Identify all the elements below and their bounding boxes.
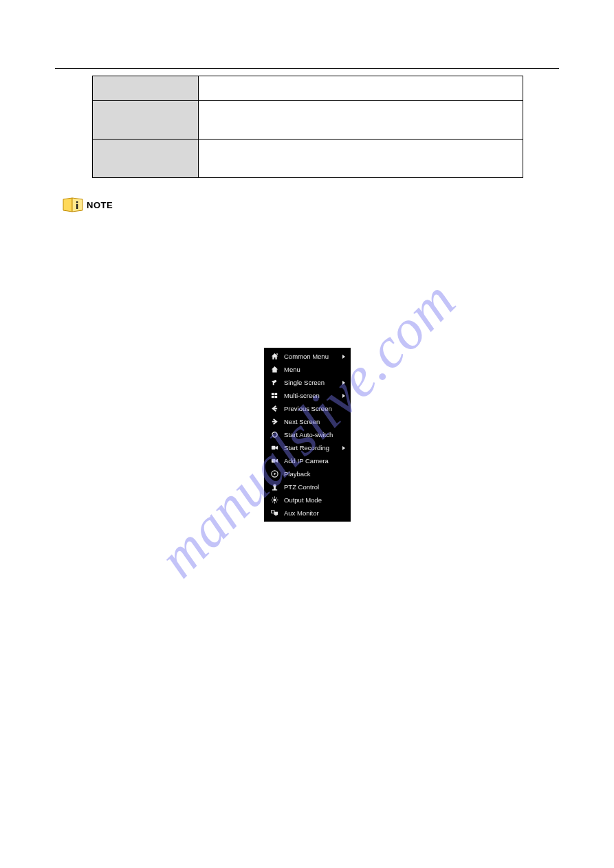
menu-item-label: Common Menu	[284, 353, 337, 360]
camcorder-icon	[271, 444, 278, 452]
svg-rect-5	[275, 396, 278, 398]
svg-rect-8	[272, 446, 276, 450]
menu-item-label: Playback	[284, 470, 345, 478]
svg-rect-0	[76, 201, 78, 203]
note-label: NOTE	[87, 200, 113, 210]
svg-line-22	[276, 498, 277, 498]
svg-line-21	[272, 502, 273, 502]
table-row	[93, 140, 523, 178]
svg-line-20	[276, 502, 277, 502]
menu-item-add-ip-camera[interactable]: Add IP Camera	[264, 454, 351, 467]
play-circle-icon	[271, 470, 278, 478]
svg-rect-3	[275, 393, 278, 395]
svg-point-11	[273, 484, 276, 487]
table-label-cell	[93, 76, 199, 101]
note-callout: NOTE	[62, 197, 559, 212]
svg-rect-13	[272, 489, 277, 490]
menu-item-label: Multi-screen	[284, 392, 337, 399]
menu-item-label: PTZ Control	[284, 483, 345, 491]
menu-item-start-recording[interactable]: Start Recording	[264, 441, 351, 454]
svg-rect-1	[76, 204, 78, 209]
arrow-right-icon	[271, 418, 278, 425]
parameters-table	[92, 76, 523, 178]
context-menu[interactable]: Common MenuMenuSingle ScreenMulti-screen…	[264, 348, 351, 522]
table-desc-cell	[199, 140, 523, 178]
home-fancy-icon	[271, 353, 278, 360]
menu-item-multi-screen[interactable]: Multi-screen	[264, 389, 351, 402]
menu-item-single-screen[interactable]: Single Screen	[264, 376, 351, 389]
menu-item-common-menu[interactable]: Common Menu	[264, 350, 351, 363]
svg-rect-2	[272, 393, 274, 395]
grid-icon	[271, 392, 278, 399]
table-desc-cell	[199, 76, 523, 101]
menu-item-ptz-control[interactable]: PTZ Control	[264, 480, 351, 493]
refresh-icon	[271, 431, 278, 438]
menu-item-label: Output Mode	[284, 496, 345, 504]
menu-item-label: Next Screen	[284, 418, 345, 425]
menu-item-label: Add IP Camera	[284, 457, 345, 465]
camera-tilt-icon	[271, 379, 278, 386]
svg-rect-9	[272, 459, 276, 463]
menu-item-label: Menu	[284, 366, 345, 373]
svg-rect-4	[272, 396, 274, 398]
menu-item-label: Previous Screen	[284, 405, 345, 412]
svg-rect-23	[271, 511, 274, 513]
menu-item-label: Aux Monitor	[284, 509, 345, 517]
chevron-right-icon	[342, 381, 345, 385]
table-row	[93, 76, 523, 101]
chevron-right-icon	[342, 446, 345, 450]
menu-item-label: Start Auto-switch	[284, 431, 345, 438]
arrow-left-icon	[271, 405, 278, 412]
svg-line-19	[272, 498, 273, 498]
table-label-cell	[93, 140, 199, 178]
menu-item-playback[interactable]: Playback	[264, 467, 351, 480]
ptz-icon	[271, 483, 278, 491]
svg-point-14	[273, 498, 276, 501]
menu-item-previous-screen[interactable]: Previous Screen	[264, 402, 351, 415]
menu-item-label: Start Recording	[284, 444, 337, 452]
svg-rect-25	[275, 515, 276, 515]
sun-icon	[271, 496, 278, 504]
menu-item-start-auto-switch[interactable]: Start Auto-switch	[264, 428, 351, 441]
table-row	[93, 101, 523, 140]
svg-rect-24	[274, 512, 278, 515]
monitor-icon	[271, 509, 278, 517]
page-header	[55, 41, 559, 69]
note-icon	[62, 197, 84, 212]
home-icon	[271, 366, 278, 373]
chevron-right-icon	[342, 394, 345, 398]
menu-item-menu[interactable]: Menu	[264, 363, 351, 376]
menu-item-output-mode[interactable]: Output Mode	[264, 493, 351, 507]
camcorder-plus-icon	[271, 457, 278, 465]
chevron-right-icon	[342, 355, 345, 359]
menu-item-label: Single Screen	[284, 379, 337, 386]
table-desc-cell	[199, 101, 523, 140]
table-label-cell	[93, 101, 199, 140]
menu-item-aux-monitor[interactable]: Aux Monitor	[264, 507, 351, 520]
menu-item-next-screen[interactable]: Next Screen	[264, 415, 351, 428]
